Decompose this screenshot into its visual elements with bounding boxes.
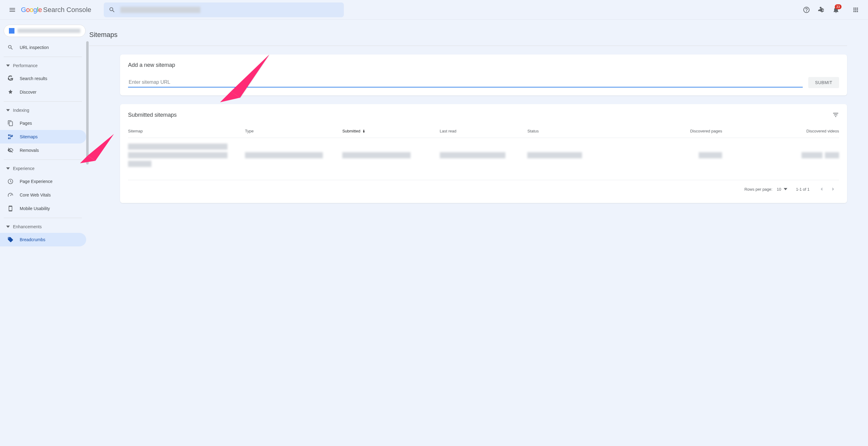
chevron-down-icon	[6, 225, 10, 229]
sidebar-item-label: Breadcrumbs	[20, 237, 45, 242]
product-name: Search Console	[43, 6, 91, 14]
chevron-left-icon[interactable]	[818, 186, 825, 192]
chevron-right-icon[interactable]	[830, 186, 837, 192]
filter-icon[interactable]	[832, 112, 839, 118]
sidebar-group-label: Enhancements	[13, 224, 41, 229]
submitted-title: Submitted sitemaps	[128, 112, 177, 118]
sidebar-item-label: Search results	[20, 76, 47, 81]
sidebar-item-label: Removals	[20, 148, 39, 153]
table-header-row: Sitemap Type Submitted Last read Status …	[128, 124, 839, 138]
google-logo-text: Google	[21, 6, 42, 14]
sidebar-scrollbar[interactable]	[86, 41, 89, 443]
add-sitemap-title: Add a new sitemap	[128, 62, 839, 68]
chevron-down-icon	[6, 167, 10, 170]
speed-icon	[7, 192, 13, 198]
sitemap-icon	[7, 134, 13, 140]
sidebar-item-core-web-vitals[interactable]: Core Web Vitals	[0, 188, 86, 202]
sidebar-item-label: Sitemaps	[20, 134, 37, 139]
sidebar-item-sitemaps[interactable]: Sitemaps	[0, 130, 86, 144]
chevron-down-icon	[6, 109, 10, 112]
sitemap-url-input[interactable]	[128, 78, 803, 87]
sidebar-item-url-inspection[interactable]: URL inspection	[0, 41, 86, 54]
property-name-redacted	[18, 29, 80, 33]
sidebar-group-label: Performance	[13, 63, 37, 68]
col-last-read[interactable]: Last read	[440, 129, 528, 133]
rows-per-page-select[interactable]: 10	[777, 187, 787, 191]
search-input-container[interactable]	[104, 2, 344, 17]
sidebar-item-label: URL inspection	[20, 45, 49, 50]
sidebar-item-breadcrumbs[interactable]: Breadcrumbs	[0, 233, 86, 246]
notification-badge: 33	[835, 4, 841, 9]
notifications-icon[interactable]: 33	[829, 2, 843, 17]
logo[interactable]: Google Search Console	[21, 6, 91, 14]
circle-arrow-icon	[7, 178, 13, 184]
sidebar-group-label: Indexing	[13, 108, 29, 113]
sidebar-group-experience[interactable]: Experience	[0, 162, 89, 175]
table-row[interactable]	[128, 138, 839, 177]
star-icon	[7, 89, 13, 95]
col-submitted[interactable]: Submitted	[342, 129, 439, 133]
sidebar-item-label: Pages	[20, 121, 32, 126]
col-status[interactable]: Status	[527, 129, 605, 133]
chevron-down-icon	[6, 64, 10, 67]
col-sitemap[interactable]: Sitemap	[128, 129, 245, 133]
sidebar-group-label: Experience	[13, 166, 34, 171]
menu-icon[interactable]	[5, 2, 20, 17]
col-type[interactable]: Type	[245, 129, 342, 133]
pagination-range: 1-1 of 1	[796, 187, 809, 191]
sidebar-item-mobile-usability[interactable]: Mobile Usability	[0, 202, 86, 215]
sidebar-item-label: Page Experience	[20, 179, 53, 184]
sidebar-item-pages[interactable]: Pages	[0, 116, 86, 130]
visibility-off-icon	[7, 147, 13, 153]
header: Google Search Console 33	[0, 0, 868, 20]
page-title: Sitemaps	[89, 27, 847, 46]
sidebar-item-removals[interactable]: Removals	[0, 144, 86, 157]
sidebar-item-discover[interactable]: Discover	[0, 85, 86, 99]
table-footer: Rows per page: 10 1-1 of 1	[128, 180, 839, 196]
help-icon[interactable]	[799, 2, 814, 17]
col-discovered-pages[interactable]: Discovered pages	[606, 129, 722, 133]
sidebar-group-performance[interactable]: Performance	[0, 59, 89, 72]
add-sitemap-card: Add a new sitemap SUBMIT	[120, 55, 847, 95]
search-icon	[108, 6, 116, 13]
arrow-down-icon	[362, 129, 366, 133]
property-favicon	[9, 28, 14, 34]
col-discovered-videos[interactable]: Discovered videos	[722, 129, 839, 133]
property-selector[interactable]	[4, 25, 86, 37]
pages-icon	[7, 120, 13, 126]
chevron-down-icon	[784, 187, 787, 191]
sidebar-group-indexing[interactable]: Indexing	[0, 104, 89, 116]
sidebar-item-label: Discover	[20, 90, 36, 94]
submit-button[interactable]: SUBMIT	[808, 77, 839, 88]
main-content: Sitemaps Add a new sitemap SUBMIT Submit…	[89, 20, 868, 446]
mobile-icon	[7, 205, 13, 212]
sidebar-item-label: Core Web Vitals	[20, 192, 51, 198]
apps-icon[interactable]	[848, 2, 863, 17]
sidebar-group-enhancements[interactable]: Enhancements	[0, 220, 89, 233]
sidebar-item-search-results[interactable]: Search results	[0, 72, 86, 85]
tag-icon	[7, 237, 13, 243]
sidebar-item-page-experience[interactable]: Page Experience	[0, 175, 86, 188]
search-value-redacted	[120, 7, 200, 13]
rows-per-page-label: Rows per page:	[744, 187, 772, 191]
submitted-sitemaps-card: Submitted sitemaps Sitemap Type Submitte…	[120, 104, 847, 203]
search-icon	[7, 44, 13, 51]
sidebar-item-label: Mobile Usability	[20, 206, 50, 211]
google-g-icon	[7, 76, 13, 82]
sidebar: URL inspection Performance Search result…	[0, 20, 89, 446]
user-settings-icon[interactable]	[814, 2, 829, 17]
